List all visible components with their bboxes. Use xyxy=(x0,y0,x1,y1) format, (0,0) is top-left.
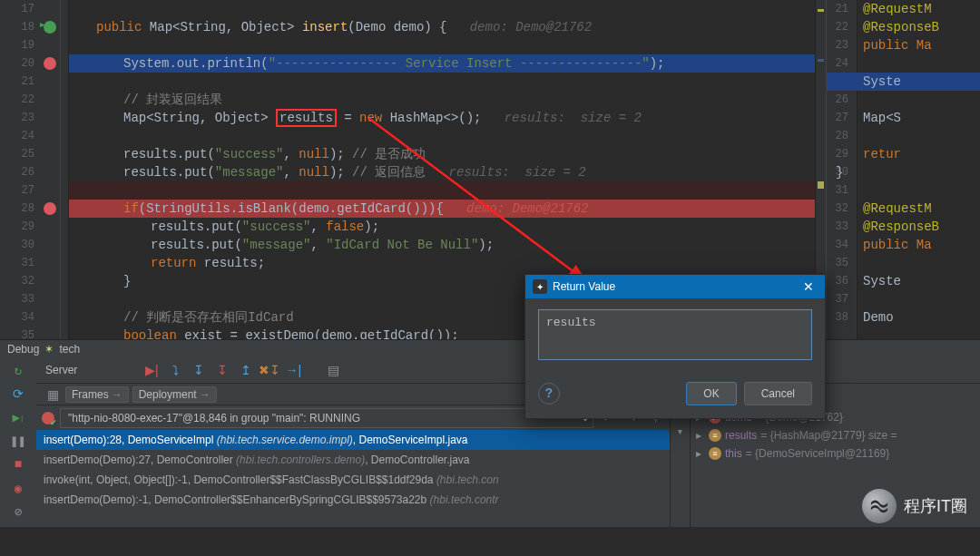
split-editor-right[interactable]: 21 22 23 24 25 26 27 28 29 30 31 32 33 3… xyxy=(826,0,980,339)
variable-row[interactable]: ▸≡ this = {DemoServiceImpl@21169} xyxy=(691,444,980,463)
stack-frame[interactable]: insertDemo(Demo):27, DemoController (hbi… xyxy=(36,450,670,470)
variable-row[interactable]: ▸≡ results = {HashMap@21779} size = xyxy=(691,426,980,444)
deployment-tab[interactable]: Deployment → xyxy=(132,386,217,403)
step-into-icon[interactable]: ↧ xyxy=(190,361,208,379)
rerun-icon[interactable]: ↻ xyxy=(9,361,27,379)
debug-toolwindow-header[interactable]: Debug ✶ tech xyxy=(0,339,980,357)
down-icon[interactable]: ▾ xyxy=(677,424,684,439)
breakpoint-icon[interactable] xyxy=(44,21,56,34)
bug-icon: ✶ xyxy=(44,343,54,356)
stack-frame[interactable]: invoke(int, Object, Object[]):-1, DemoCo… xyxy=(36,470,670,490)
watermark: 程序IT圈 xyxy=(862,489,967,523)
resume-icon[interactable]: ▶| xyxy=(9,408,27,426)
highlighted-variable: results xyxy=(276,109,337,127)
update-icon[interactable]: ⟳ xyxy=(9,385,27,403)
dialog-titlebar[interactable]: ✦ Return Value ✕ xyxy=(525,275,825,298)
thread-selector[interactable]: "http-nio-8080-exec-17"@18,846 in group … xyxy=(60,408,593,428)
stack-frame[interactable]: insert(Demo):28, DemoServiceImpl (hbi.te… xyxy=(36,430,670,450)
thread-status-icon: ✔ xyxy=(42,412,54,424)
restore-layout-icon[interactable]: ▦ xyxy=(44,385,62,404)
debug-process-name: tech xyxy=(59,343,80,356)
frame-nav-buttons: ▴ ▾ xyxy=(670,405,690,527)
ok-button[interactable]: OK xyxy=(686,382,736,405)
breakpoint-icon[interactable] xyxy=(44,202,56,215)
return-value-dialog: ✦ Return Value ✕ results ? OK Cancel xyxy=(524,274,826,419)
evaluate-icon[interactable]: ▤ xyxy=(324,361,342,379)
server-tab[interactable]: Server xyxy=(45,364,77,376)
mute-bp-icon[interactable]: ⊘ xyxy=(9,502,27,521)
help-icon[interactable]: ? xyxy=(538,383,560,405)
cancel-button[interactable]: Cancel xyxy=(744,382,812,405)
frames-tab[interactable]: Frames → xyxy=(65,386,129,403)
app-icon: ✦ xyxy=(533,279,547,294)
step-over-icon[interactable]: ⤵ xyxy=(166,361,184,379)
show-exec-point-icon[interactable]: ▶| xyxy=(142,361,161,379)
breakpoint-icon[interactable] xyxy=(44,57,56,70)
debug-side-toolbar: ↻ ⟳ ▶| ❚❚ ■ ◉ ⊘ xyxy=(0,357,36,527)
drop-frame-icon[interactable]: ✖↧ xyxy=(260,361,279,379)
stop-icon[interactable]: ■ xyxy=(9,455,27,473)
run-to-cursor-icon[interactable]: →| xyxy=(284,361,302,379)
expression-input[interactable]: results xyxy=(538,309,812,360)
close-icon[interactable]: ✕ xyxy=(799,279,818,294)
dialog-title: Return Value xyxy=(553,280,615,293)
force-step-into-icon[interactable]: ↧ xyxy=(213,361,231,379)
editor-gutter[interactable]: 17 18 ▶ 19 20 21 22 23 24 25 26 27 28 29… xyxy=(0,0,69,339)
breakpoints-icon[interactable]: ◉ xyxy=(9,479,27,497)
step-out-icon[interactable]: ↥ xyxy=(237,361,255,379)
stack-frame[interactable]: insertDemo(Demo):-1, DemoController$$Enh… xyxy=(36,490,670,510)
pause-icon[interactable]: ❚❚ xyxy=(9,432,27,450)
frames-list[interactable]: insert(Demo):28, DemoServiceImpl (hbi.te… xyxy=(36,430,670,527)
